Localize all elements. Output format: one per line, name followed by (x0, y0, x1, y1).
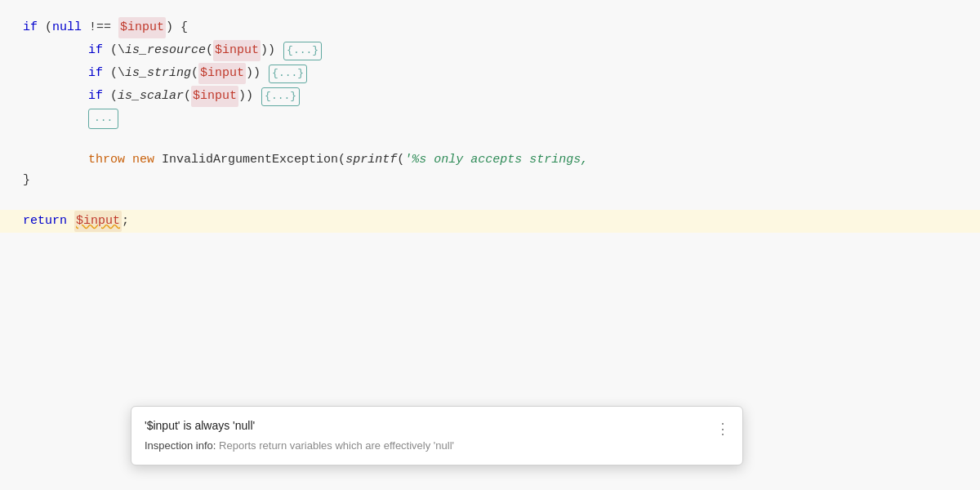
op-paren3: ( (397, 150, 404, 170)
keyword-if-3: if (88, 64, 103, 83)
collapsed-block-1[interactable]: {...} (283, 42, 322, 60)
blank-line-1 (0, 130, 980, 149)
inspection-sub-label: Inspection info: (145, 439, 216, 452)
fn-is-resource: is_resource (125, 41, 206, 60)
op-8: ( (103, 87, 118, 106)
semicolon: ; (122, 212, 129, 231)
op-10: )) (238, 87, 261, 106)
inspection-main-text: '$input' is always 'null' (145, 416, 729, 434)
fn-is-scalar: is_scalar (118, 87, 184, 106)
keyword-new: new (132, 150, 154, 170)
inspection-sub-text: Inspection info: Reports return variable… (145, 438, 729, 455)
op-space (125, 150, 132, 170)
op-paren2: ( (338, 150, 345, 170)
closing-brace: } (23, 171, 30, 190)
op-space3 (67, 212, 74, 231)
code-line-dots: ... (0, 108, 980, 130)
keyword-return: return (23, 212, 67, 231)
op-5: (\ (103, 64, 125, 83)
op-paren: ( (38, 18, 52, 38)
string-arg: '%s only accepts strings, (404, 150, 588, 170)
keyword-null: null (52, 18, 82, 38)
collapsed-block-3[interactable]: {...} (261, 87, 300, 106)
op-4: )) (261, 41, 283, 60)
op-space2 (154, 150, 162, 170)
keyword-throw: throw (88, 150, 125, 170)
op-7: )) (246, 64, 268, 83)
inspection-sub-content: Reports return variables which are effec… (219, 439, 454, 452)
var-input-3: $input (198, 63, 246, 84)
collapsed-dots[interactable]: ... (88, 109, 118, 129)
fn-is-string: is_string (125, 64, 191, 83)
keyword-if-4: if (88, 87, 103, 106)
fn-sprintf: sprintf (345, 150, 397, 170)
class-invalid-arg: InvalidArgumentException (162, 150, 338, 170)
var-input-4: $input (191, 86, 238, 107)
op-9: ( (184, 87, 191, 106)
keyword-if-2: if (88, 41, 103, 60)
var-input-1: $input (118, 17, 166, 38)
var-input-return: $input (74, 211, 122, 232)
op-neq: !== (82, 18, 118, 38)
kebab-menu-icon[interactable]: ⋮ (715, 418, 731, 442)
code-line-is-scalar: if (is_scalar($input)) {...} (0, 85, 980, 108)
keyword-if: if (23, 18, 38, 38)
code-line-return: return $input; (0, 210, 980, 233)
code-line-closing-brace: } (0, 171, 980, 190)
collapsed-block-2[interactable]: {...} (269, 65, 307, 83)
code-line-throw: throw new InvalidArgumentException(sprin… (0, 149, 980, 171)
code-line-is-string: if (\is_string($input)) {...} (0, 62, 980, 85)
code-line-if-null: if (null !== $input) { (0, 16, 980, 39)
inspection-popup: '$input' is always 'null' Inspection inf… (131, 406, 743, 466)
op-2: (\ (103, 41, 125, 60)
code-line-is-resource: if (\is_resource($input)) {...} (0, 39, 980, 62)
blank-line-2 (0, 190, 980, 210)
op-6: ( (191, 64, 198, 83)
var-input-2: $input (213, 40, 261, 61)
op-brace-open: ) { (166, 18, 188, 38)
op-3: ( (206, 41, 213, 60)
code-editor: if (null !== $input) { if (\is_resource(… (0, 0, 980, 490)
